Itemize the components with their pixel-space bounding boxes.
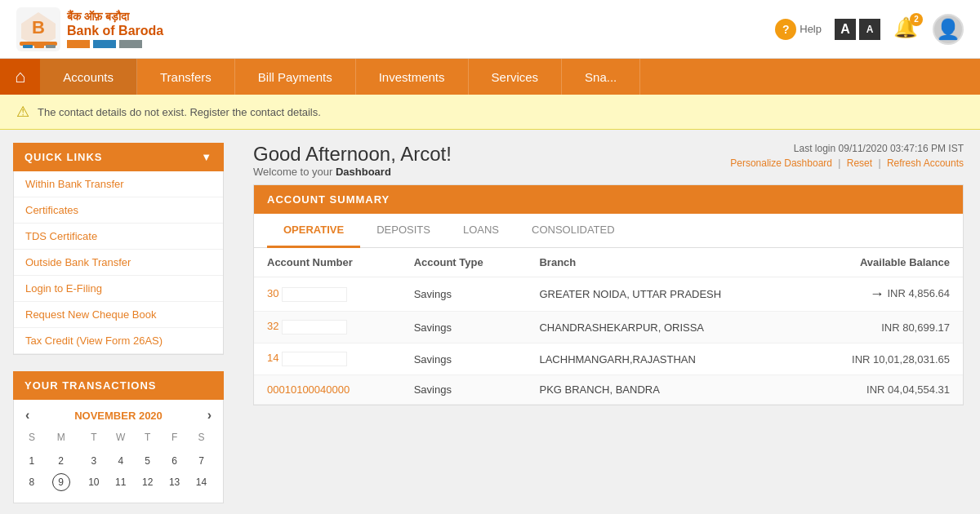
cal-day [42, 445, 81, 452]
personalize-dashboard-link[interactable]: Personalize Dashboard [730, 157, 832, 169]
font-small-button[interactable]: A [859, 19, 880, 40]
today-indicator: 9 [52, 473, 70, 491]
header-right: ? Help A A 🔔 2 👤 [775, 14, 964, 45]
cal-day [107, 445, 134, 452]
home-icon: ⌂ [15, 66, 25, 87]
cal-day-fri: F [161, 429, 188, 445]
transactions-section: YOUR TRANSACTIONS ‹ NOVEMBER 2020 › S M … [13, 371, 224, 503]
quick-link-cheque-book[interactable]: Request New Cheque Book [14, 302, 223, 328]
logo-english: Bank of Baroda [67, 24, 163, 38]
quick-links-title: QUICK LINKS [24, 151, 103, 163]
notification-bell[interactable]: 🔔 2 [893, 16, 920, 42]
tab-deposits[interactable]: DEPOSITS [360, 214, 447, 248]
cal-day-wed: W [107, 429, 134, 445]
tab-operative[interactable]: OPERATIVE [267, 214, 360, 248]
cal-day[interactable]: 3 [80, 452, 107, 470]
cal-day[interactable]: 13 [161, 470, 188, 494]
cal-day[interactable]: 10 [80, 470, 107, 494]
svg-text:B: B [32, 17, 45, 38]
cal-day[interactable]: 5 [134, 452, 161, 470]
dashboard: Good Afternoon, Arcot! Welcome to your D… [237, 130, 980, 514]
calendar: ‹ NOVEMBER 2020 › S M T W T F S [13, 400, 224, 503]
quick-links-header[interactable]: QUICK LINKS ▼ [13, 143, 224, 171]
nav-home-button[interactable]: ⌂ [0, 59, 40, 95]
cal-day [161, 445, 188, 452]
cal-today-cell[interactable]: 9 [42, 470, 81, 494]
cal-day[interactable]: 11 [107, 470, 134, 494]
logo-text: बैंक ऑफ़ बड़ौदा Bank of Baroda [67, 10, 163, 48]
reset-link[interactable]: Reset [847, 157, 872, 169]
account-number-cell: 30 [254, 277, 401, 312]
nav-bill-payments[interactable]: Bill Payments [235, 59, 356, 95]
cal-day-thu: T [134, 429, 161, 445]
balance-cell: INR 04,04,554.31 [800, 375, 963, 405]
table-header-row: Account Number Account Type Branch Avail… [254, 248, 963, 277]
account-type-cell: Savings [401, 343, 527, 375]
sidebar: QUICK LINKS ▼ Within Bank Transfer Certi… [0, 130, 237, 514]
nav-transfers[interactable]: Transfers [137, 59, 235, 95]
cal-day[interactable]: 7 [188, 452, 215, 470]
account-number-link[interactable]: 32 [267, 320, 278, 332]
col-balance: Available Balance [800, 248, 963, 277]
help-label: Help [800, 23, 822, 35]
account-number-link[interactable]: 00010100040000 [267, 383, 350, 396]
quick-link-tax-credit[interactable]: Tax Credit (View Form 26AS) [14, 328, 223, 354]
alert-banner: ⚠ The contact details do not exist. Regi… [0, 95, 980, 130]
cal-day[interactable]: 12 [134, 470, 161, 494]
calendar-next-button[interactable]: › [204, 408, 215, 423]
font-size-controls: A A [835, 19, 880, 40]
logo-tagline [67, 40, 163, 48]
user-avatar[interactable]: 👤 [933, 14, 964, 45]
branch-cell: LACHHMANGARH,RAJASTHAN [526, 343, 800, 375]
nav-accounts[interactable]: Accounts [40, 59, 137, 95]
tab-consolidated[interactable]: CONSOLIDATED [515, 214, 631, 248]
account-number-cell: 00010100040000 [254, 375, 401, 405]
nav-services[interactable]: Services [469, 59, 563, 95]
greeting-row: Good Afternoon, Arcot! Welcome to your D… [253, 143, 964, 178]
table-row: 30 Savings GREATER NOIDA, UTTAR PRADESH … [254, 277, 963, 312]
cal-week-2: 1 2 3 4 5 6 7 [22, 452, 215, 470]
transactions-header: YOUR TRANSACTIONS [13, 371, 224, 400]
branch-cell: GREATER NOIDA, UTTAR PRADESH [526, 277, 800, 312]
cal-day[interactable]: 4 [107, 452, 134, 470]
calendar-prev-button[interactable]: ‹ [22, 408, 33, 423]
quick-link-outside-bank[interactable]: Outside Bank Transfer [14, 250, 223, 276]
quick-link-within-bank[interactable]: Within Bank Transfer [14, 171, 223, 197]
branch-cell: PKG BRANCH, BANDRA [526, 375, 800, 405]
svg-rect-6 [46, 45, 56, 48]
account-number-cell: 14 [254, 343, 401, 375]
last-login-info: Last login 09/11/2020 03:47:16 PM IST Pe… [730, 143, 964, 169]
help-button[interactable]: ? Help [775, 19, 822, 40]
quick-link-certificates[interactable]: Certificates [14, 197, 223, 224]
welcome-text: Welcome to your Dashboard [253, 166, 452, 178]
table-row: 00010100040000 Savings PKG BRANCH, BANDR… [254, 375, 963, 405]
alert-message: The contact details do not exist. Regist… [38, 106, 321, 118]
nav-more[interactable]: Sna... [562, 59, 640, 95]
account-number-link[interactable]: 30 [267, 287, 278, 299]
alert-icon: ⚠ [16, 103, 29, 121]
refresh-accounts-link[interactable]: Refresh Accounts [887, 157, 964, 169]
cal-day[interactable]: 1 [22, 452, 42, 470]
logo-hindi: बैंक ऑफ़ बड़ौदा [67, 10, 163, 24]
quick-links-list: Within Bank Transfer Certificates TDS Ce… [13, 171, 224, 355]
font-large-button[interactable]: A [835, 19, 856, 40]
quick-link-tds[interactable]: TDS Certificate [14, 224, 223, 250]
account-number-mask [282, 320, 347, 335]
calendar-month: NOVEMBER 2020 [74, 410, 163, 422]
account-type-cell: Savings [401, 375, 527, 405]
account-type-cell: Savings [401, 312, 527, 343]
greeting-text: Good Afternoon, Arcot! Welcome to your D… [253, 143, 452, 178]
quick-link-efiling[interactable]: Login to E-Filing [14, 276, 223, 302]
balance-cell: → INR 4,856.64 [800, 277, 963, 312]
cal-day[interactable]: 6 [161, 452, 188, 470]
branch-cell: CHANDRASHEKARPUR, ORISSA [526, 312, 800, 343]
cal-day[interactable]: 14 [188, 470, 215, 494]
account-number-mask [282, 287, 347, 302]
nav-investments[interactable]: Investments [356, 59, 469, 95]
tab-loans[interactable]: LOANS [447, 214, 515, 248]
cal-day[interactable]: 2 [42, 452, 81, 470]
table-row: 14 Savings LACHHMANGARH,RAJASTHAN INR 10… [254, 343, 963, 375]
account-number-link[interactable]: 14 [267, 352, 278, 364]
cal-day[interactable]: 8 [22, 470, 42, 494]
help-circle-icon: ? [775, 19, 796, 40]
